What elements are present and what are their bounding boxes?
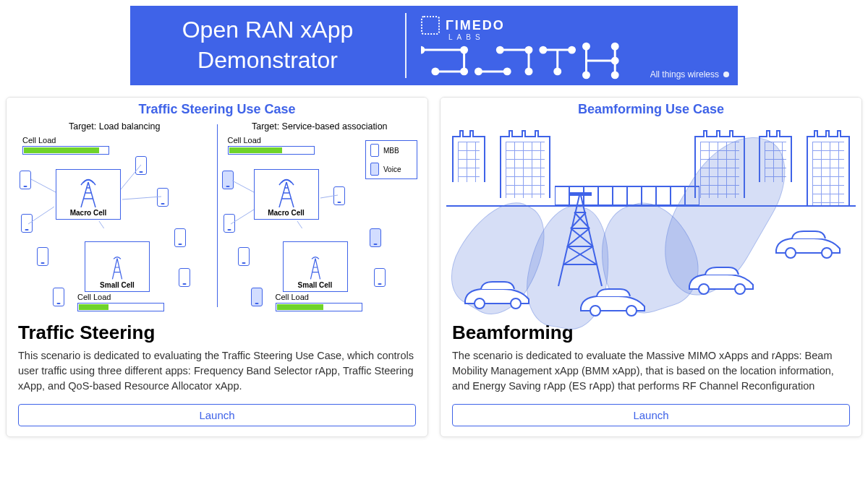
- svg-point-48: [511, 298, 521, 309]
- antenna-icon: [107, 255, 127, 281]
- svg-point-53: [786, 248, 796, 258]
- antenna-icon: [305, 255, 326, 281]
- svg-point-27: [612, 72, 618, 78]
- header-banner: Open RAN xApp Demonstrator ΓIMEDO LABS: [130, 6, 738, 85]
- svg-point-54: [822, 248, 832, 258]
- banner-logo-area: ΓIMEDO LABS All t: [407, 6, 738, 85]
- svg-point-9: [504, 69, 510, 74]
- svg-line-32: [99, 221, 114, 228]
- app-title-line2: Demonstrator: [145, 46, 391, 76]
- svg-point-47: [475, 298, 485, 309]
- ue-phone-icon: [179, 268, 190, 287]
- card-traffic-steering: Traffic Steering Use Case Target: Load b…: [6, 97, 428, 437]
- beam-figure: Beamforming Use Case: [441, 98, 861, 314]
- app-title-line1: Open RAN xApp: [145, 15, 391, 46]
- logo-text: ΓIMEDO: [446, 18, 505, 33]
- launch-button-traffic[interactable]: Launch: [18, 404, 416, 426]
- ts-legend: MBB Voice: [365, 140, 417, 179]
- rimedo-logo: ΓIMEDO: [421, 16, 505, 35]
- svg-point-52: [735, 284, 745, 294]
- svg-point-19: [555, 69, 561, 74]
- macro-cell-box: Macro Cell: [56, 169, 121, 220]
- ue-phone-icon: [20, 171, 31, 189]
- logo-mark-icon: [421, 16, 440, 35]
- app-title: Open RAN xApp Demonstrator: [130, 15, 405, 75]
- small-load-bar: [276, 303, 362, 311]
- banner-pattern-icon: [421, 42, 637, 79]
- tagline-text: All things wireless: [650, 69, 719, 79]
- svg-rect-46: [569, 192, 591, 195]
- traffic-figure-title: Traffic Steering Use Case: [138, 102, 295, 117]
- ue-phone-icon: [333, 186, 345, 205]
- svg-line-37: [232, 181, 254, 192]
- launch-button-beam[interactable]: Launch: [452, 404, 850, 426]
- macro-load-bar: [228, 146, 315, 155]
- ue-phone-icon: [135, 156, 147, 175]
- svg-point-11: [497, 47, 503, 53]
- ue-phone-icon: [251, 288, 263, 306]
- svg-point-16: [540, 47, 546, 53]
- card-desc-beam: The scenario is dedicated to evaluate th…: [452, 348, 850, 394]
- ue-phone-icon: [370, 228, 381, 247]
- ue-phone-icon: [174, 228, 186, 247]
- car-icon: [772, 228, 844, 262]
- svg-point-50: [626, 306, 637, 316]
- beam-figure-title: Beamforming Use Case: [578, 102, 724, 117]
- logo-subtext: LABS: [448, 33, 485, 41]
- svg-point-26: [612, 43, 618, 49]
- ue-phone-icon: [238, 247, 250, 266]
- svg-point-17: [569, 47, 575, 53]
- macro-cell-box: Macro Cell: [254, 169, 319, 220]
- svg-point-8: [475, 69, 481, 74]
- small-load-bar: [77, 303, 164, 311]
- tagline-dot-icon: [723, 72, 729, 77]
- legend-mbb: MBB: [366, 141, 417, 160]
- antenna-icon: [274, 178, 299, 209]
- card-title-beam: Beamforming: [452, 322, 850, 344]
- traffic-scenario-load-balancing: Target: Load balancing Cell Load Macro C…: [12, 120, 217, 314]
- ue-phone-icon: [37, 247, 48, 266]
- card-desc-traffic: This scenario is dedicated to evaluating…: [18, 348, 416, 394]
- cell-load-label: Cell Load: [22, 136, 214, 145]
- macro-cell-label: Macro Cell: [268, 209, 305, 217]
- banner-tagline: All things wireless: [650, 69, 729, 79]
- svg-point-21: [583, 43, 589, 49]
- svg-point-22: [583, 72, 589, 78]
- small-cell-box: Small Cell: [283, 241, 348, 292]
- svg-point-14: [526, 69, 532, 74]
- svg-point-1: [421, 47, 424, 53]
- cell-load-label: Cell Load: [276, 293, 362, 301]
- macro-cell-label: Macro Cell: [70, 209, 107, 217]
- ue-phone-icon: [21, 214, 33, 233]
- ts-target-right: Target: Service-based association: [221, 121, 420, 132]
- svg-point-6: [433, 69, 438, 74]
- svg-line-28: [31, 179, 56, 192]
- card-title-traffic: Traffic Steering: [18, 322, 416, 344]
- car-icon: [461, 279, 533, 312]
- ue-phone-icon: [157, 188, 169, 207]
- legend-voice: Voice: [366, 160, 417, 178]
- svg-line-40: [297, 221, 312, 228]
- svg-point-49: [590, 306, 600, 316]
- svg-line-30: [122, 197, 161, 199]
- ue-phone-icon: [374, 268, 386, 287]
- traffic-scenario-service-based: Target: Service-based association Cell L…: [218, 120, 422, 314]
- ue-phone-icon: [224, 214, 235, 233]
- car-icon: [685, 264, 757, 298]
- svg-point-51: [699, 284, 709, 294]
- antenna-icon: [76, 178, 101, 209]
- ue-phone-icon: [53, 288, 64, 306]
- ue-phone-icon: [222, 171, 234, 189]
- car-icon: [576, 286, 649, 319]
- macro-load-bar: [22, 146, 109, 155]
- cell-load-label: Cell Load: [77, 293, 164, 301]
- ts-target-left: Target: Load balancing: [15, 121, 214, 132]
- small-cell-box: Small Cell: [85, 241, 150, 292]
- card-beamforming: Beamforming Use Case: [440, 97, 862, 437]
- traffic-figure: Traffic Steering Use Case Target: Load b…: [7, 98, 427, 314]
- tower-icon: [548, 192, 613, 289]
- cards-row: Traffic Steering Use Case Target: Load b…: [0, 97, 868, 437]
